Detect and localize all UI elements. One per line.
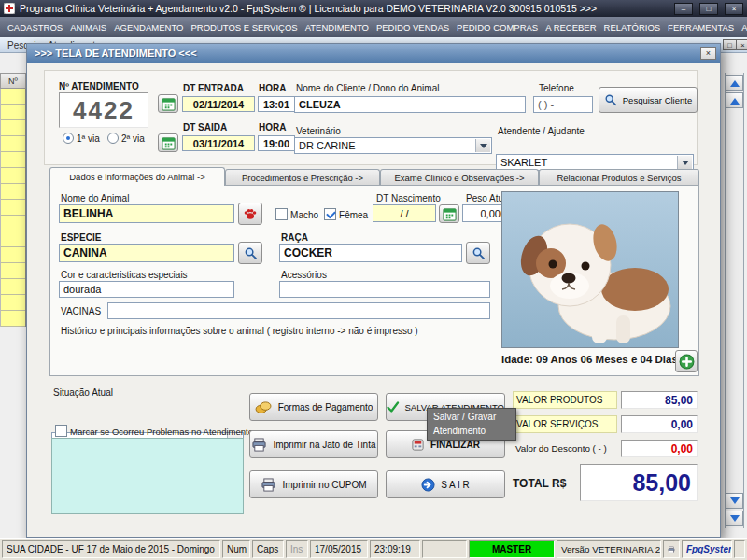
- dt-entrada-field[interactable]: 02/11/2014: [182, 96, 255, 112]
- finalize-icon: [411, 438, 425, 452]
- valor-desconto-field[interactable]: 0,00: [621, 440, 698, 457]
- sair-button[interactable]: S A I R: [386, 470, 505, 498]
- background-scrollbar[interactable]: [725, 73, 744, 528]
- dt-nascimento-label: DT Nascimento: [376, 193, 441, 203]
- status-user: MASTER: [469, 540, 555, 558]
- tab-exame-clinico[interactable]: Exame Clínico e Observações ->: [380, 169, 539, 186]
- tab-produtos-servicos[interactable]: Relacionar Produtos e Serviços: [539, 169, 699, 186]
- radio-icon: [107, 133, 119, 144]
- veterinario-select[interactable]: DR CARINE: [294, 137, 492, 154]
- via2-radio[interactable]: 2ª via: [107, 133, 145, 144]
- dialog-titlebar[interactable]: >>> TELA DE ATENDIMENTO <<<: [27, 44, 720, 63]
- vacinas-label: VACINAS: [61, 306, 101, 316]
- background-window-maximize-button[interactable]: □: [723, 39, 737, 50]
- checkbox-icon: [55, 425, 67, 437]
- menu-a-receber[interactable]: A RECEBER: [542, 20, 599, 35]
- acessorios-label: Acessórios: [281, 270, 327, 280]
- status-bar: SUA CIDADE - UF 17 de Maio de 2015 - Dom…: [0, 538, 747, 560]
- tab-dados-animal[interactable]: Dados e informações do Animal ->: [49, 167, 225, 186]
- veterinario-value: DR CARINE: [299, 140, 356, 151]
- menu-relatorios[interactable]: RELATÓRIOS: [600, 20, 665, 35]
- valor-produtos-field: 85,00: [621, 391, 698, 409]
- status-printer-segment[interactable]: [663, 540, 680, 558]
- acessorios-field[interactable]: [279, 281, 490, 298]
- cor-field[interactable]: dourada: [59, 281, 234, 298]
- problemas-textarea[interactable]: [51, 438, 244, 514]
- menu-atendimento[interactable]: ATENDIMENTO: [302, 20, 373, 35]
- especie-search-button[interactable]: [238, 242, 262, 264]
- especie-label: ESPECIE: [61, 232, 101, 243]
- check-icon: [387, 400, 400, 413]
- menu-agendamento[interactable]: AGENDAMENTO: [110, 20, 187, 35]
- imprimir-jato-button[interactable]: Imprimir na Jato de Tinta: [249, 430, 378, 458]
- close-button[interactable]: ×: [725, 3, 743, 15]
- nome-animal-label: Nome do Animal: [61, 193, 129, 203]
- telefone-field[interactable]: ( ) -: [533, 96, 593, 113]
- menu-animais[interactable]: ANIMAIS: [66, 20, 110, 35]
- dt-nascimento-calendar-button[interactable]: [439, 204, 459, 223]
- dialog-close-button[interactable]: ×: [700, 47, 716, 60]
- calendar-icon: [162, 136, 176, 150]
- scroll-down-icon[interactable]: [726, 511, 743, 526]
- via1-radio[interactable]: 1ª via: [63, 133, 100, 144]
- paw-icon: [243, 206, 258, 221]
- macho-checkbox[interactable]: Macho: [275, 208, 318, 220]
- dialog-title: >>> TELA DE ATENDIMENTO <<<: [35, 48, 197, 59]
- atendimento-number: 4422: [73, 96, 134, 125]
- pesquisar-cliente-button[interactable]: Pesquisar Cliente: [599, 87, 698, 113]
- add-photo-button[interactable]: [675, 350, 698, 372]
- menu-ajuda[interactable]: AJUDA: [738, 20, 747, 35]
- nome-animal-field[interactable]: BELINHA: [59, 204, 234, 223]
- pesquisar-cliente-label: Pesquisar Cliente: [623, 95, 692, 105]
- dt-saida-calendar-button[interactable]: [158, 133, 178, 152]
- vacinas-field[interactable]: [107, 302, 490, 319]
- scroll-up-icon[interactable]: [726, 75, 743, 91]
- minimize-button[interactable]: –: [674, 3, 693, 15]
- menu-produtos-servicos[interactable]: PRODUTOS E SERVIÇOS: [187, 20, 301, 35]
- imprimir-cupom-button[interactable]: Imprimir no CUPOM: [249, 470, 378, 498]
- problemas-checkbox[interactable]: Marcar se Ocorreu Problemas no Atendimen…: [55, 425, 253, 437]
- menu-ferramentas[interactable]: FERRAMENTAS: [664, 20, 738, 35]
- animal-paw-button[interactable]: [238, 203, 262, 225]
- formas-pagamento-button[interactable]: Formas de Pagamento: [249, 393, 378, 421]
- chevron-down-icon[interactable]: [475, 139, 490, 152]
- hora-saida-field[interactable]: 19:00: [258, 135, 295, 151]
- menu-pedido-compras[interactable]: PEDIDO COMPRAS: [453, 20, 542, 35]
- dt-entrada-calendar-button[interactable]: [158, 94, 178, 113]
- search-icon: [244, 246, 258, 260]
- tab-procedimentos[interactable]: Procedimentos e Prescrição ->: [225, 169, 380, 186]
- dt-saida-field[interactable]: 03/11/2014: [182, 135, 255, 151]
- total-box: 85,00: [580, 464, 698, 501]
- raca-search-button[interactable]: [466, 242, 490, 264]
- telefone-label: Telefone: [539, 83, 574, 93]
- cliente-label: Nome do Cliente / Dono do Animal: [296, 83, 439, 93]
- total-value: 85,00: [632, 469, 691, 497]
- status-location: SUA CIDADE - UF 17 de Maio de 2015 - Dom…: [2, 540, 220, 558]
- tab-strip: Dados e informações do Animal -> Procedi…: [49, 167, 699, 186]
- scroll-page-down-icon[interactable]: [726, 493, 743, 509]
- background-window-close-button[interactable]: ×: [736, 39, 747, 50]
- veterinario-label: Veterinário: [296, 126, 341, 136]
- scroll-page-up-icon[interactable]: [726, 92, 743, 108]
- raca-field[interactable]: COCKER: [279, 244, 462, 262]
- atendimento-number-box: 4422: [59, 92, 148, 128]
- status-grip[interactable]: [734, 540, 745, 558]
- hora-entrada-field[interactable]: 13:01: [258, 96, 295, 112]
- maximize-button[interactable]: □: [699, 3, 718, 15]
- search-icon: [472, 246, 486, 260]
- femea-checkbox[interactable]: Fêmea: [324, 208, 368, 220]
- historico-label: Histórico e principais informações sobre…: [61, 326, 418, 336]
- especie-field[interactable]: CANINA: [59, 244, 234, 262]
- dt-nascimento-field[interactable]: / /: [373, 204, 436, 222]
- menu-pedido-vendas[interactable]: PEDIDO VENDAS: [373, 20, 453, 35]
- atendente-label: Atendente / Ajudante: [498, 126, 585, 136]
- background-grid-rows[interactable]: [0, 89, 26, 327]
- exit-arrow-icon: [421, 478, 435, 492]
- status-spacer: [422, 540, 467, 558]
- status-version: Versão VETERINARIA 2.0: [557, 540, 661, 558]
- tooltip-line1: Salvar / Gravar: [433, 411, 510, 425]
- cliente-field[interactable]: CLEUZA: [294, 96, 526, 113]
- menu-cadastros[interactable]: CADASTROS: [4, 20, 66, 35]
- valor-produtos-label: VALOR PRODUTOS: [513, 391, 617, 409]
- puppy-image: [502, 192, 679, 348]
